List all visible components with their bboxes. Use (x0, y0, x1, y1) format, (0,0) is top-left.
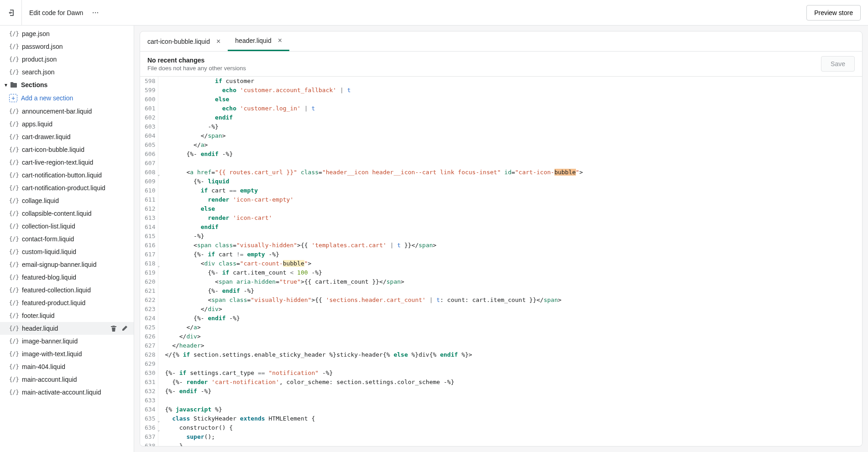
file-item[interactable]: {/}collection-list.liquid (0, 220, 134, 233)
file-item[interactable]: {/}product.json (0, 53, 134, 66)
close-icon[interactable]: × (278, 37, 282, 44)
save-button[interactable]: Save (821, 56, 855, 72)
code-line[interactable] (165, 159, 862, 168)
status-bar: No recent changes File does not have any… (140, 52, 863, 77)
file-item[interactable]: {/}collage.liquid (0, 194, 134, 207)
file-item[interactable]: {/}apps.liquid (0, 118, 134, 130)
file-name: announcement-bar.liquid (22, 108, 92, 115)
code-line[interactable]: {%- endif -%} (165, 286, 862, 296)
preview-store-button[interactable]: Preview store (806, 5, 861, 21)
line-number: 609 (145, 177, 155, 186)
fold-marker-icon[interactable]: ⌄ (157, 425, 160, 434)
code-line[interactable]: <span class="visually-hidden">{{ 'templa… (165, 241, 862, 250)
code-line[interactable]: <span class="visually-hidden">{{ 'sectio… (165, 296, 862, 305)
line-number: 605 (145, 140, 155, 150)
code-line[interactable]: echo 'customer.account_fallback' | t (165, 86, 862, 95)
code-line[interactable]: {%- if settings.cart_type == "notificati… (165, 369, 862, 378)
code-line[interactable]: </div> (165, 305, 862, 314)
file-item[interactable]: {/}announcement-bar.liquid (0, 105, 134, 118)
fold-marker-icon[interactable]: ⌄ (157, 261, 160, 270)
code-line[interactable]: <div class="cart-count-bubble"> (165, 259, 862, 268)
code-line[interactable]: if cart == empty (165, 186, 862, 195)
code-line[interactable] (165, 396, 862, 405)
file-item[interactable]: {/}password.json (0, 40, 134, 53)
file-item[interactable]: {/}image-with-text.liquid (0, 348, 134, 360)
file-item[interactable]: {/}custom-liquid.liquid (0, 245, 134, 258)
code-line[interactable]: {%- endif -%} (165, 150, 862, 159)
edit-icon[interactable] (121, 325, 128, 332)
code-line[interactable]: super(); (165, 432, 862, 442)
file-item[interactable]: {/}email-signup-banner.liquid (0, 258, 134, 271)
file-name: featured-collection.liquid (22, 286, 91, 294)
code-editor[interactable]: 598599600601602603604605606607608⌄609610… (140, 77, 863, 447)
editor-tabs: cart-icon-bubble.liquid×header.liquid× (140, 31, 863, 52)
code-line[interactable]: class StickyHeader extends HTMLElement { (165, 414, 862, 423)
code-line[interactable]: else (165, 95, 862, 104)
code-line[interactable]: <span aria-hidden="true">{{ cart.item_co… (165, 277, 862, 286)
file-item[interactable]: {/}cart-drawer.liquid (0, 130, 134, 143)
code-line[interactable]: -%} (165, 122, 862, 131)
file-item[interactable]: {/}cart-notification-product.liquid (0, 182, 134, 194)
file-item[interactable]: {/}featured-collection.liquid (0, 284, 134, 296)
add-section-button[interactable]: +Add a new section (0, 91, 134, 105)
code-line[interactable]: {%- if cart.item_count < 100 -%} (165, 268, 862, 277)
code-line[interactable]: {%- liquid (165, 177, 862, 186)
trash-icon[interactable] (110, 325, 117, 332)
line-number: 603 (145, 122, 155, 131)
file-explorer-sidebar[interactable]: {/}page.json{/}password.json{/}product.j… (0, 26, 134, 452)
file-item[interactable]: {/}footer.liquid (0, 309, 134, 322)
code-line[interactable]: echo 'customer.log_in' | t (165, 104, 862, 113)
code-line[interactable]: render 'icon-cart' (165, 213, 862, 223)
code-line[interactable]: endif (165, 113, 862, 122)
code-line[interactable]: {% javascript %} (165, 405, 862, 414)
file-item[interactable]: {/}main-activate-account.liquid (0, 386, 134, 399)
code-line[interactable] (165, 359, 862, 369)
fold-marker-icon[interactable]: ⌄ (157, 170, 160, 179)
line-number: 632 (145, 387, 155, 396)
editor-tab[interactable]: cart-icon-bubble.liquid× (140, 31, 228, 51)
close-icon[interactable]: × (216, 38, 220, 45)
code-line[interactable]: </header> (165, 341, 862, 350)
code-line[interactable]: endif (165, 223, 862, 232)
file-item[interactable]: {/}cart-live-region-text.liquid (0, 156, 134, 169)
code-line[interactable]: if customer (165, 77, 862, 86)
file-item[interactable]: {/}main-404.liquid (0, 360, 134, 373)
file-item[interactable]: {/}search.json (0, 66, 134, 78)
line-number: 618⌄ (145, 259, 155, 268)
file-item[interactable]: {/}page.json (0, 27, 134, 40)
code-line[interactable]: </{% if section.settings.enable_sticky_h… (165, 350, 862, 359)
code-content[interactable]: if customer echo 'customer.account_fallb… (158, 77, 862, 446)
file-item[interactable]: {/}collapsible-content.liquid (0, 207, 134, 220)
code-line[interactable]: </span> (165, 131, 862, 140)
file-item[interactable]: {/}contact-form.liquid (0, 233, 134, 245)
line-number: 606 (145, 150, 155, 159)
file-item[interactable]: {/}featured-blog.liquid (0, 271, 134, 284)
file-item[interactable]: {/}cart-notification-button.liquid (0, 169, 134, 182)
file-item[interactable]: {/}featured-product.liquid (0, 296, 134, 309)
code-line[interactable]: render 'icon-cart-empty' (165, 195, 862, 204)
code-line[interactable]: {%- if cart != empty -%} (165, 250, 862, 259)
file-name: cart-notification-button.liquid (22, 171, 102, 179)
file-item[interactable]: {/}cart-icon-bubble.liquid (0, 143, 134, 156)
editor-tab[interactable]: header.liquid× (228, 31, 289, 51)
code-line[interactable]: -%} (165, 232, 862, 241)
fold-marker-icon[interactable]: ⌄ (157, 416, 160, 425)
code-line[interactable]: else (165, 204, 862, 213)
code-line[interactable]: constructor() { (165, 423, 862, 432)
code-line[interactable]: {%- endif -%} (165, 314, 862, 323)
code-line[interactable]: {%- endif -%} (165, 387, 862, 396)
folder-sections[interactable]: ▼Sections (0, 78, 134, 91)
code-line[interactable]: <a href="{{ routes.cart_url }}" class="h… (165, 168, 862, 177)
back-button[interactable] (0, 0, 22, 26)
more-menu-button[interactable]: ··· (90, 7, 101, 18)
code-line[interactable]: </div> (165, 332, 862, 341)
line-number-gutter: 598599600601602603604605606607608⌄609610… (140, 77, 158, 446)
file-icon: {/} (9, 351, 18, 357)
file-item[interactable]: {/}image-banner.liquid (0, 335, 134, 348)
file-item[interactable]: {/}header.liquid (0, 322, 134, 335)
code-line[interactable]: </a> (165, 323, 862, 332)
code-line[interactable]: </a> (165, 140, 862, 150)
file-item[interactable]: {/}main-account.liquid (0, 373, 134, 386)
code-line[interactable]: } (165, 442, 862, 447)
code-line[interactable]: {%- render 'cart-notification', color_sc… (165, 378, 862, 387)
